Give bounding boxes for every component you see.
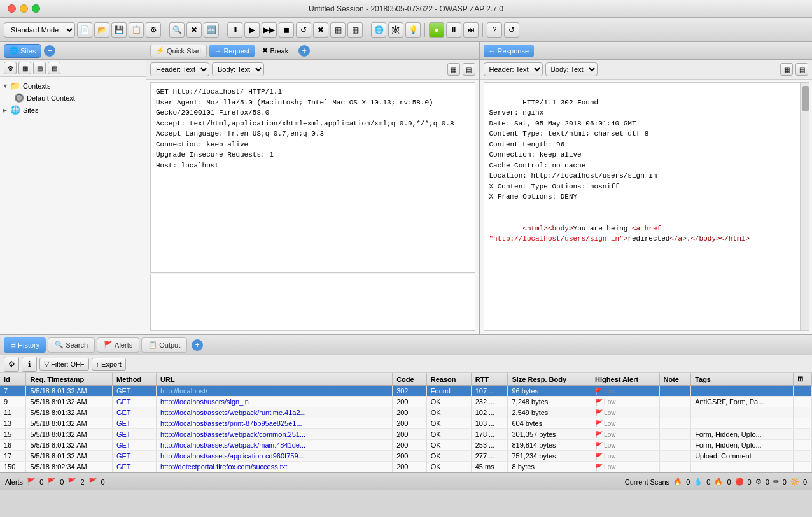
col-url[interactable]: URL — [157, 373, 393, 386]
export-btn[interactable]: ↑ Export — [92, 358, 126, 371]
alerts-tab[interactable]: 🚩 Alerts — [97, 337, 139, 353]
filter-btn[interactable]: ▽ Filter: OFF — [39, 358, 89, 371]
spider-btn2[interactable]: 🕸 — [388, 22, 403, 38]
output-tab[interactable]: 📋 Output — [141, 337, 187, 353]
cell-timestamp: 5/5/18 8:01:32 AM — [26, 451, 113, 462]
cell-code: 200 — [393, 451, 427, 462]
request-header-text[interactable]: GET http://localhost/ HTTP/1.1 User-Agen… — [150, 82, 475, 273]
cell-extra — [793, 462, 811, 472]
col-expand[interactable]: ⊞ — [793, 373, 811, 386]
ascan-policy-btn[interactable]: ▦ — [347, 22, 363, 38]
col-alert[interactable]: Highest Alert — [591, 373, 659, 386]
active-scan-btn[interactable]: ▦ — [330, 22, 346, 38]
alerts-status-label: Alerts — [5, 478, 23, 486]
refresh-btn[interactable]: ↺ — [504, 22, 519, 38]
add-site-button[interactable]: + — [44, 45, 55, 57]
open-session-btn[interactable]: 📂 — [94, 22, 109, 38]
add-tab-btn[interactable]: + — [192, 339, 203, 351]
response-body-format-select[interactable]: Body: Text — [545, 62, 598, 76]
close-button[interactable] — [8, 4, 16, 13]
col-tags[interactable]: Tags — [691, 373, 794, 386]
table-row[interactable]: 16 5/5/18 8:01:32 AM GET http://localhos… — [0, 440, 812, 451]
request-format-btn1[interactable]: ▦ — [447, 63, 460, 76]
maximize-button[interactable] — [32, 4, 40, 13]
history-options-btn[interactable]: ⚙ — [4, 357, 19, 372]
fuzz-btn[interactable]: ✖ — [186, 22, 202, 38]
request-header-format-select[interactable]: Header: Text — [150, 62, 209, 76]
break-tab[interactable]: ✖ Break — [257, 45, 293, 57]
response-format-btn1[interactable]: ▦ — [780, 63, 793, 76]
history-tab[interactable]: ⊞ History — [4, 337, 46, 353]
table-row[interactable]: 11 5/5/18 8:01:32 AM GET http://localhos… — [0, 407, 812, 418]
sites-expand-btn[interactable]: ▤ — [33, 62, 46, 74]
table-row[interactable]: 7 5/5/18 8:01:32 AM GET http://localhost… — [0, 386, 812, 397]
help-btn[interactable]: ? — [487, 22, 502, 38]
drop-btn[interactable]: ◼ — [279, 22, 294, 38]
break-btn[interactable]: ⏸ — [227, 22, 242, 38]
sites-options-btn[interactable]: ⚙ — [4, 62, 17, 74]
step-btn[interactable]: ▶ — [244, 22, 260, 38]
table-row[interactable]: 13 5/5/18 8:01:32 AM GET http://localhos… — [0, 418, 812, 429]
response-scrollbar[interactable] — [801, 82, 809, 331]
request-body-text[interactable] — [150, 274, 475, 331]
response-body-close: </body></html> — [690, 235, 749, 243]
tree-item-default-context[interactable]: 🔘 Default Context — [0, 92, 146, 104]
history-info-btn[interactable]: ℹ — [22, 357, 37, 372]
col-id[interactable]: Id — [0, 373, 26, 386]
cell-extra — [793, 440, 811, 451]
response-header-format-select[interactable]: Header: Text — [484, 62, 543, 76]
cell-alert: 🚩 Low — [591, 440, 659, 451]
pause-btn[interactable]: ⏸ — [446, 22, 461, 38]
continue-btn[interactable]: ▶▶ — [262, 22, 277, 38]
response-format-btn2[interactable]: ▤ — [795, 63, 808, 76]
col-reason[interactable]: Reason — [426, 373, 471, 386]
sites-tab[interactable]: 🌐 Sites — [4, 44, 41, 58]
alerts-icon: 🚩 — [104, 341, 113, 349]
sites-panel-header: 🌐 Sites + — [0, 42, 146, 60]
request-body-format-select[interactable]: Body: Text — [212, 62, 264, 76]
request-format-btn2[interactable]: ▤ — [463, 63, 475, 76]
table-row[interactable]: 15 5/5/18 8:01:32 AM GET http://localhos… — [0, 429, 812, 440]
spider-btn[interactable]: 🔤 — [204, 22, 219, 38]
add-request-tab-btn[interactable]: + — [298, 45, 310, 57]
col-timestamp[interactable]: Req. Timestamp — [26, 373, 113, 386]
response-tab[interactable]: ← Response — [484, 45, 535, 57]
sites-collapse-btn[interactable]: ▤ — [48, 62, 60, 74]
col-method[interactable]: Method — [112, 373, 156, 386]
bulb-btn[interactable]: 💡 — [405, 22, 421, 38]
request-tab[interactable]: → Request — [209, 45, 255, 57]
tree-item-sites[interactable]: ▶ 🌐 Sites — [0, 104, 146, 116]
col-rtt[interactable]: RTT — [471, 373, 508, 386]
table-row[interactable]: 9 5/5/18 8:01:32 AM GET http://localhost… — [0, 397, 812, 407]
export-icon: ↑ — [96, 360, 100, 368]
col-size[interactable]: Size Resp. Body — [508, 373, 591, 386]
ff-btn[interactable]: ⏭ — [463, 22, 479, 38]
table-row[interactable]: 150 5/5/18 8:02:34 AM GET http://detectp… — [0, 462, 812, 472]
mode-select[interactable]: Standard Mode Safe Mode Protected Mode A… — [4, 22, 75, 38]
table-row[interactable]: 17 5/5/18 8:01:32 AM GET http://localhos… — [0, 451, 812, 462]
stop-btn[interactable]: ✖ — [313, 22, 328, 38]
request-panel: ⚡ Quick Start → Request ✖ Break + Header… — [146, 42, 480, 334]
reload-btn[interactable]: ↺ — [296, 22, 311, 38]
new-session-btn[interactable]: 📄 — [77, 22, 92, 38]
response-body-html: <html><body> — [522, 225, 573, 232]
minimize-button[interactable] — [20, 4, 28, 13]
alert-badge: 🚩 Low — [595, 420, 615, 427]
settings-btn[interactable]: ⚙ — [146, 22, 161, 38]
manual-req-btn[interactable]: 🔍 — [169, 22, 185, 38]
sites-display-btn[interactable]: ▦ — [18, 62, 31, 74]
report-btn[interactable]: 🌐 — [371, 22, 386, 38]
col-note[interactable]: Note — [659, 373, 691, 386]
search-tab[interactable]: 🔍 Search — [48, 337, 95, 353]
cell-id: 17 — [0, 451, 26, 462]
history-table-scroll[interactable]: Id Req. Timestamp Method URL Code Reason… — [0, 373, 812, 472]
tree-item-contexts[interactable]: ▼ 📁 Contexts — [0, 80, 146, 92]
snapshot-btn[interactable]: 📋 — [129, 22, 144, 38]
col-code[interactable]: Code — [393, 373, 427, 386]
start-btn[interactable]: ● — [429, 22, 444, 38]
quick-start-tab[interactable]: ⚡ Quick Start — [150, 45, 207, 57]
response-text-area[interactable]: HTTP/1.1 302 Found Server: nginx Date: S… — [484, 82, 801, 331]
sites-tab-label: Sites — [20, 47, 36, 55]
cell-code: 200 — [393, 407, 427, 418]
save-session-btn[interactable]: 💾 — [111, 22, 127, 38]
